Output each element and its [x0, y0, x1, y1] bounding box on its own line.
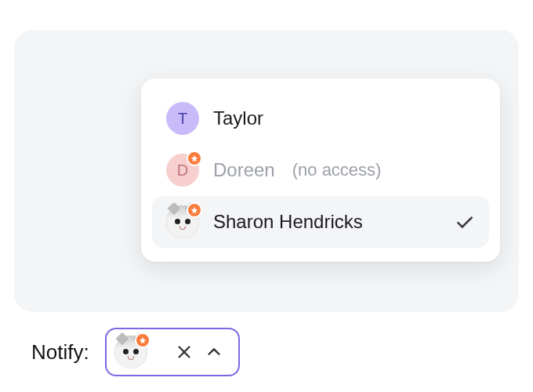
- notify-label: Notify:: [31, 340, 89, 365]
- star-icon: [187, 202, 202, 218]
- avatar: [114, 336, 147, 368]
- dropdown-option[interactable]: Sharon Hendricks: [152, 196, 489, 248]
- option-name: Doreen: [213, 159, 275, 181]
- avatar: D: [166, 154, 199, 187]
- user-dropdown[interactable]: T Taylor D Doreen (no access) Sharon Hen…: [141, 78, 500, 262]
- option-name: Sharon Hendricks: [213, 211, 363, 233]
- chevron-up-icon[interactable]: [201, 339, 227, 365]
- avatar: [166, 205, 199, 238]
- checkmark-icon: [455, 212, 475, 232]
- notify-bar: Notify:: [31, 328, 240, 376]
- option-annotation: (no access): [292, 160, 382, 180]
- avatar: T: [166, 102, 199, 135]
- option-name: Taylor: [213, 107, 263, 129]
- close-icon[interactable]: [171, 339, 198, 365]
- dropdown-option[interactable]: D Doreen (no access): [152, 144, 489, 196]
- star-icon: [135, 332, 150, 348]
- avatar-initial: T: [178, 110, 187, 128]
- star-icon: [187, 151, 202, 166]
- notify-chip[interactable]: [105, 328, 240, 376]
- dropdown-option[interactable]: T Taylor: [152, 93, 489, 144]
- avatar-initial: D: [177, 162, 188, 180]
